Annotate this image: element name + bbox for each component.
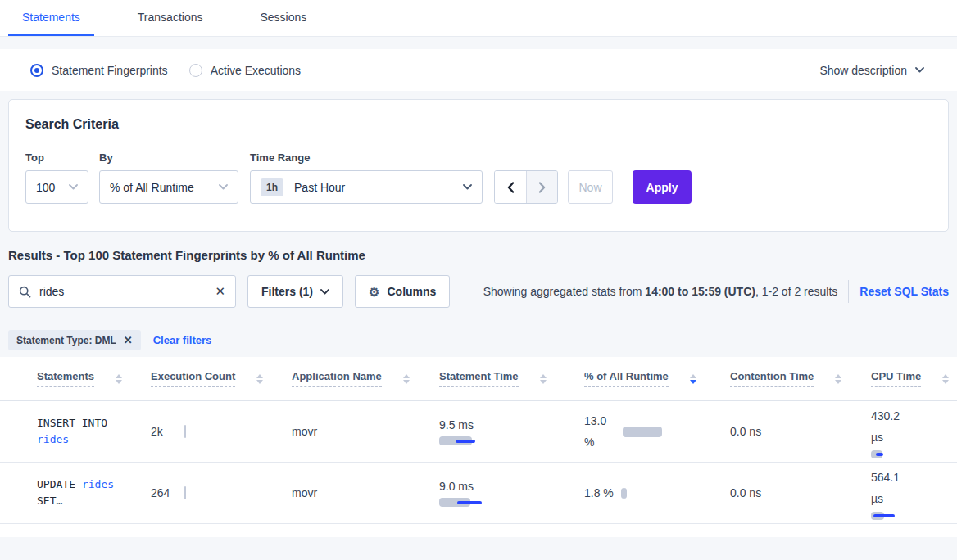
col-statements[interactable]: Statements [37,370,94,387]
chevron-down-icon [69,184,78,190]
radio-label: Statement Fingerprints [52,64,168,77]
sort-icon-active-desc[interactable] [690,374,696,384]
statement-time-cell: 9.0 ms [439,480,584,507]
cpu-time-value: 564.1 µs [871,467,909,509]
chevron-left-icon [507,182,515,193]
show-description-toggle[interactable]: Show description [819,64,924,77]
tab-sessions[interactable]: Sessions [246,0,320,36]
tab-statements[interactable]: Statements [8,0,94,36]
radio-active-executions[interactable]: Active Executions [189,64,302,77]
statement-time-cell: 9.5 ms [439,418,584,445]
results-status: Showing aggregated stats from 14:00 to 1… [483,285,838,298]
sort-icon[interactable] [835,374,841,384]
by-label: By [99,151,238,164]
statement-link[interactable]: rides [82,476,114,493]
search-box[interactable]: ✕ [8,275,236,308]
gear-icon: ⚙ [369,286,379,298]
runtime-pct-bar [623,427,662,437]
sort-icon[interactable] [942,374,949,384]
execution-count-bar [184,486,186,499]
col-pct-all-runtime[interactable]: % of All Runtime [584,370,669,387]
contention-time-value: 0.0 ns [730,486,871,499]
results-heading: Results - Top 100 Statement Fingerprints… [8,248,949,262]
results-toolbar: ✕ Filters (1) ⚙ Columns Showing aggregat… [8,275,949,308]
execution-count-value: 264 [151,486,184,499]
cpu-time-bar [871,512,896,520]
col-application-name[interactable]: Application Name [292,370,382,387]
top-select[interactable]: 100 [25,170,88,204]
chevron-right-icon [538,182,546,193]
sql-keyword: UPDATE [37,476,75,493]
radio-label: Active Executions [211,64,302,77]
search-clear-icon[interactable]: ✕ [215,284,225,299]
time-range-value: Past Hour [294,181,345,194]
col-contention-time[interactable]: Contention Time [730,370,814,387]
statement-time-bar [439,436,478,445]
application-name-value: movr [292,486,439,499]
cpu-time-cell: 430.2 µs [871,405,957,458]
time-range-select[interactable]: 1h Past Hour [250,170,483,204]
now-button[interactable]: Now [568,170,613,204]
cpu-time-value: 430.2 µs [871,405,909,448]
time-nav-group [494,170,558,204]
sql-keyword: SET… [37,493,62,509]
chevron-down-icon [463,184,472,190]
contention-time-value: 0.0 ns [730,425,871,438]
columns-label: Columns [387,285,436,298]
sort-icon[interactable] [116,374,122,384]
sort-icon[interactable] [540,374,547,384]
filters-button[interactable]: Filters (1) [247,275,343,308]
statement-link[interactable]: rides [37,431,69,448]
execution-count-value: 2k [151,425,184,438]
cpu-time-cell: 564.1 µs [871,467,957,520]
view-toggle-bar: Statement Fingerprints Active Executions… [0,49,957,91]
col-cpu-time[interactable]: CPU Time [871,370,921,387]
runtime-pct-bar [621,488,627,499]
col-execution-count[interactable]: Execution Count [151,370,235,387]
sql-keyword: INSERT INTO [37,415,107,431]
time-range-label: Time Range [250,151,483,164]
filter-chip-statement-type[interactable]: Statement Type: DML ✕ [8,330,141,350]
runtime-pct-value: 13.0 % [584,410,614,453]
time-next-button[interactable] [526,171,557,203]
statement-time-bar [439,498,482,507]
search-icon [19,286,31,298]
cpu-time-bar [871,450,891,458]
reset-sql-stats-link[interactable]: Reset SQL Stats [859,285,949,298]
chevron-down-icon [915,67,924,73]
clear-filters-link[interactable]: Clear filters [153,334,212,346]
sort-icon[interactable] [403,374,410,384]
columns-button[interactable]: ⚙ Columns [355,275,450,308]
statement-time-value: 9.5 ms [439,418,584,431]
statement-time-value: 9.0 ms [439,480,584,493]
radio-statement-fingerprints[interactable]: Statement Fingerprints [30,64,168,77]
chip-remove-icon[interactable]: ✕ [124,334,133,346]
chip-label: Statement Type: DML [16,335,116,346]
top-select-value: 100 [36,181,55,194]
show-description-label: Show description [819,64,907,77]
by-select-value: % of All Runtime [110,181,194,194]
top-label: Top [25,151,88,164]
status-time-range: 14:00 to 15:59 (UTC) [645,285,755,298]
time-prev-button[interactable] [495,171,526,203]
page-tabs: Statements Transactions Sessions [0,0,957,37]
radio-selected-icon [30,64,43,77]
col-statement-time[interactable]: Statement Time [439,370,519,387]
radio-unselected-icon [189,64,202,77]
table-row: INSERT INTO rides 2k movr 9.5 ms 13.0 % … [0,401,957,463]
search-input[interactable] [39,285,208,298]
statement-fingerprint: UPDATE rides SET… [37,476,134,509]
panel-title: Search Criteria [25,117,932,132]
tab-transactions[interactable]: Transactions [124,0,217,36]
table-header-row: Statements Execution Count Application N… [0,357,957,401]
apply-button[interactable]: Apply [633,170,692,204]
filters-label: Filters (1) [261,285,313,298]
sort-icon[interactable] [256,374,263,384]
chevron-down-icon [219,184,228,190]
chevron-down-icon [320,289,329,295]
by-select[interactable]: % of All Runtime [99,170,238,204]
statements-table: Statements Execution Count Application N… [0,357,957,537]
search-criteria-panel: Search Criteria Top 100 By % of All Runt… [8,99,949,232]
statement-fingerprint: INSERT INTO rides [37,415,134,448]
time-range-badge: 1h [261,178,283,196]
